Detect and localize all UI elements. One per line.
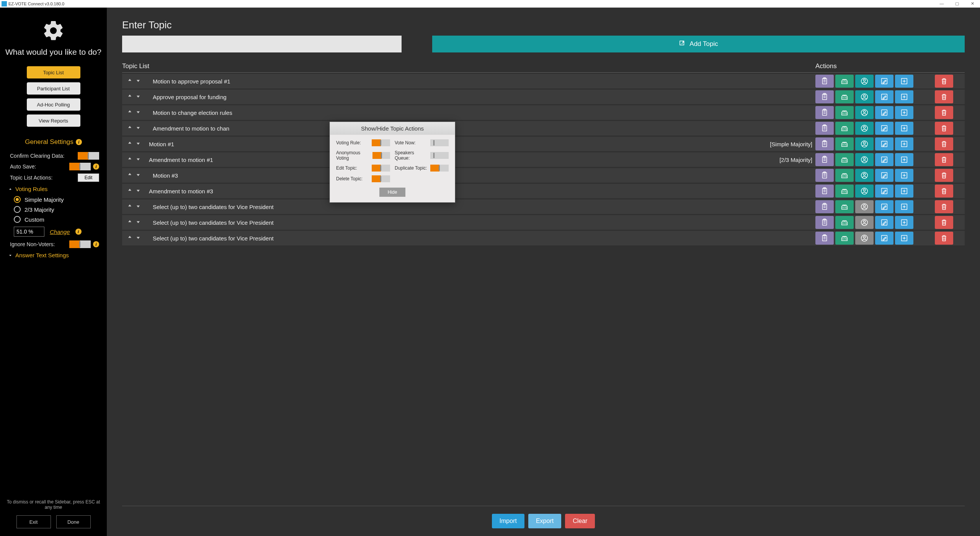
radio-simple-majority[interactable]: Simple Majority bbox=[4, 194, 103, 204]
action-duplicate-topic[interactable] bbox=[895, 200, 913, 213]
nav-view-reports[interactable]: View Reports bbox=[27, 114, 80, 127]
action-vote-now[interactable]: VOTE bbox=[835, 90, 854, 103]
action-delete-topic[interactable] bbox=[935, 137, 953, 150]
clear-button[interactable]: Clear bbox=[565, 514, 595, 528]
action-vote-now[interactable]: VOTE bbox=[835, 200, 854, 213]
move-up-icon[interactable] bbox=[127, 203, 133, 211]
nav-participant-list[interactable]: Participant List bbox=[27, 82, 80, 95]
action-delete-topic[interactable] bbox=[935, 153, 953, 166]
action-edit-topic[interactable] bbox=[875, 122, 893, 135]
toggle-duplicate-topic[interactable] bbox=[430, 165, 449, 172]
toggle-confirm-clearing[interactable] bbox=[78, 152, 99, 160]
action-speakers-queue[interactable] bbox=[855, 232, 874, 245]
action-vote-now[interactable]: VOTE bbox=[835, 216, 854, 229]
import-button[interactable]: Import bbox=[492, 514, 524, 528]
action-duplicate-topic[interactable] bbox=[895, 216, 913, 229]
move-down-icon[interactable] bbox=[135, 140, 141, 148]
action-delete-topic[interactable] bbox=[935, 169, 953, 182]
toggle-speakers-queue[interactable] bbox=[430, 152, 449, 159]
action-speakers-queue[interactable] bbox=[855, 75, 874, 88]
change-link[interactable]: Change bbox=[50, 229, 70, 235]
nav-topic-list[interactable]: Topic List bbox=[27, 66, 80, 78]
info-icon[interactable]: i bbox=[93, 163, 99, 170]
action-speakers-queue[interactable] bbox=[855, 106, 874, 119]
action-delete-topic[interactable] bbox=[935, 122, 953, 135]
action-voting-rule[interactable] bbox=[815, 90, 834, 103]
window-maximize[interactable]: ▢ bbox=[949, 1, 965, 6]
action-duplicate-topic[interactable] bbox=[895, 153, 913, 166]
action-speakers-queue[interactable] bbox=[855, 122, 874, 135]
action-edit-topic[interactable] bbox=[875, 137, 893, 150]
move-up-icon[interactable] bbox=[127, 93, 133, 101]
action-voting-rule[interactable] bbox=[815, 137, 834, 150]
move-down-icon[interactable] bbox=[135, 77, 141, 85]
action-duplicate-topic[interactable] bbox=[895, 185, 913, 198]
action-duplicate-topic[interactable] bbox=[895, 90, 913, 103]
move-down-icon[interactable] bbox=[135, 234, 141, 242]
info-icon[interactable]: i bbox=[93, 241, 99, 247]
move-up-icon[interactable] bbox=[127, 156, 133, 163]
action-vote-now[interactable]: VOTE bbox=[835, 75, 854, 88]
action-duplicate-topic[interactable] bbox=[895, 169, 913, 182]
action-delete-topic[interactable] bbox=[935, 200, 953, 213]
move-up-icon[interactable] bbox=[127, 124, 133, 132]
move-up-icon[interactable] bbox=[127, 172, 133, 179]
move-down-icon[interactable] bbox=[135, 124, 141, 132]
dialog-hide-button[interactable]: Hide bbox=[379, 188, 406, 197]
action-vote-now[interactable]: VOTE bbox=[835, 232, 854, 245]
move-up-icon[interactable] bbox=[127, 77, 133, 85]
move-down-icon[interactable] bbox=[135, 156, 141, 163]
toggle-auto-save[interactable] bbox=[69, 163, 91, 170]
answer-text-settings-heading[interactable]: Answer Text Settings bbox=[4, 250, 103, 261]
info-icon[interactable]: i bbox=[75, 229, 82, 235]
action-speakers-queue[interactable] bbox=[855, 137, 874, 150]
action-vote-now[interactable]: VOTE bbox=[835, 153, 854, 166]
action-voting-rule[interactable] bbox=[815, 169, 834, 182]
action-delete-topic[interactable] bbox=[935, 75, 953, 88]
action-delete-topic[interactable] bbox=[935, 185, 953, 198]
toggle-edit-topic[interactable] bbox=[372, 165, 390, 172]
action-speakers-queue[interactable] bbox=[855, 200, 874, 213]
action-edit-topic[interactable] bbox=[875, 216, 893, 229]
action-voting-rule[interactable] bbox=[815, 122, 834, 135]
action-speakers-queue[interactable] bbox=[855, 153, 874, 166]
action-delete-topic[interactable] bbox=[935, 90, 953, 103]
action-voting-rule[interactable] bbox=[815, 75, 834, 88]
action-voting-rule[interactable] bbox=[815, 185, 834, 198]
edit-topic-list-actions-button[interactable]: Edit bbox=[78, 173, 99, 182]
action-delete-topic[interactable] bbox=[935, 216, 953, 229]
action-voting-rule[interactable] bbox=[815, 153, 834, 166]
move-up-icon[interactable] bbox=[127, 234, 133, 242]
action-vote-now[interactable]: VOTE bbox=[835, 169, 854, 182]
done-button[interactable]: Done bbox=[56, 515, 91, 528]
action-speakers-queue[interactable] bbox=[855, 185, 874, 198]
move-up-icon[interactable] bbox=[127, 219, 133, 226]
action-vote-now[interactable]: VOTE bbox=[835, 185, 854, 198]
toggle-vote-now[interactable] bbox=[430, 139, 449, 146]
move-up-icon[interactable] bbox=[127, 109, 133, 116]
toggle-delete-topic[interactable] bbox=[372, 175, 390, 182]
action-edit-topic[interactable] bbox=[875, 232, 893, 245]
action-voting-rule[interactable] bbox=[815, 232, 834, 245]
action-edit-topic[interactable] bbox=[875, 185, 893, 198]
action-edit-topic[interactable] bbox=[875, 90, 893, 103]
action-edit-topic[interactable] bbox=[875, 75, 893, 88]
action-edit-topic[interactable] bbox=[875, 200, 893, 213]
action-duplicate-topic[interactable] bbox=[895, 137, 913, 150]
action-speakers-queue[interactable] bbox=[855, 169, 874, 182]
move-down-icon[interactable] bbox=[135, 93, 141, 101]
action-edit-topic[interactable] bbox=[875, 169, 893, 182]
action-delete-topic[interactable] bbox=[935, 106, 953, 119]
action-duplicate-topic[interactable] bbox=[895, 122, 913, 135]
voting-rules-heading[interactable]: Voting Rules bbox=[4, 183, 103, 194]
action-duplicate-topic[interactable] bbox=[895, 75, 913, 88]
exit-button[interactable]: Exit bbox=[16, 515, 51, 528]
action-voting-rule[interactable] bbox=[815, 200, 834, 213]
enter-topic-input[interactable] bbox=[122, 36, 402, 52]
action-duplicate-topic[interactable] bbox=[895, 106, 913, 119]
move-down-icon[interactable] bbox=[135, 172, 141, 179]
radio-two-thirds[interactable]: 2/3 Majority bbox=[4, 204, 103, 214]
action-speakers-queue[interactable] bbox=[855, 90, 874, 103]
action-voting-rule[interactable] bbox=[815, 216, 834, 229]
action-delete-topic[interactable] bbox=[935, 232, 953, 245]
